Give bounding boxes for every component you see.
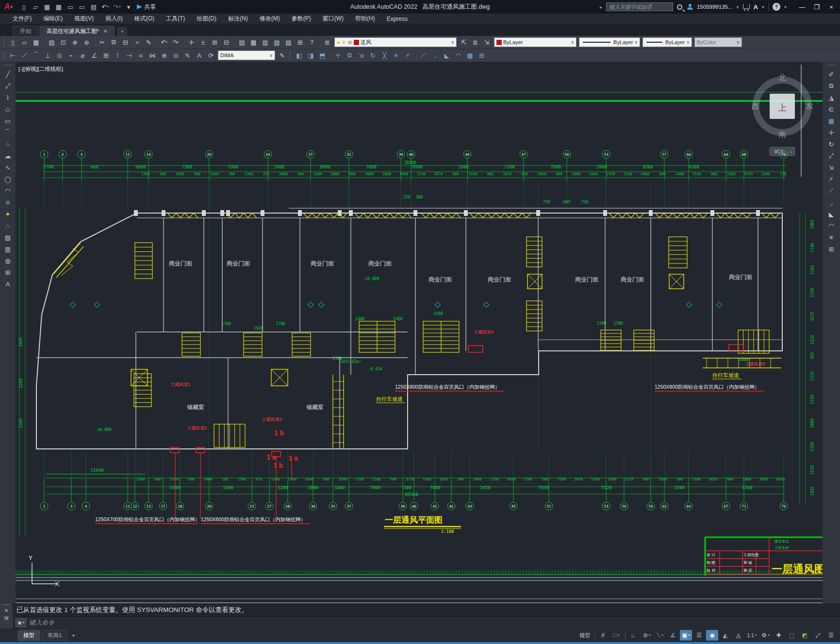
close-button[interactable]: × [824, 1, 838, 12]
workspace-switching-icon[interactable]: ⚙▾ [759, 630, 772, 641]
plot-icon[interactable]: ▤ [46, 37, 57, 48]
make-current-layer-icon[interactable]: ⇱ [458, 37, 469, 48]
toolbar-grip[interactable] [3, 38, 5, 47]
help-icon[interactable]: ? [306, 37, 317, 48]
radius-dimension-icon[interactable]: ⊙ [54, 50, 65, 61]
erase-icon[interactable]: ╳ [379, 50, 390, 61]
ellipse-arc-icon[interactable]: ◠ [1, 185, 14, 197]
mtext-icon[interactable]: A [1, 278, 14, 290]
match-properties-icon[interactable]: ≈ [132, 37, 143, 48]
table-icon[interactable]: ⊞ [1, 266, 14, 278]
layout-tab-模型[interactable]: 模型 [17, 630, 40, 641]
command-grip[interactable] [3, 604, 10, 605]
chevron-down-icon[interactable]: ∨ [571, 40, 574, 45]
mirror-icon[interactable]: ◮ [825, 92, 838, 103]
new-drawing-tab-button[interactable]: + [117, 27, 127, 36]
hatch-icon[interactable]: ▨ [1, 231, 14, 243]
layer-on-icon[interactable]: ● [337, 40, 340, 45]
copy-icon[interactable]: ⧉ [344, 50, 355, 61]
move-icon[interactable]: ✛ [825, 127, 838, 138]
qat-customize-icon[interactable]: ▾ [123, 2, 134, 12]
chevron-down-icon[interactable]: ∨ [451, 40, 454, 45]
publish-icon[interactable]: ⊕ [69, 37, 81, 48]
isodraft-icon[interactable]: ⟍▾ [654, 630, 666, 641]
hardware-acceleration-icon[interactable]: ◩ [799, 630, 811, 641]
point-icon[interactable]: ∴ [1, 220, 14, 231]
arc-icon[interactable]: ⌒ [1, 127, 14, 138]
lineweight-combo[interactable]: ByLayer ∨ [642, 37, 692, 47]
annotation-add-scales-icon[interactable]: ✚ [773, 630, 785, 641]
layer-combo[interactable]: ● ☀ ⊘ 送风 ∨ [334, 37, 457, 47]
menu-窗口W[interactable]: 窗口(W) [317, 14, 349, 24]
dimension-space-icon[interactable]: ≍ [135, 50, 147, 61]
quickcalc-icon[interactable]: ⊞ [295, 37, 306, 48]
quick-dimension-icon[interactable]: ⊞ [100, 50, 112, 61]
file-tab[interactable]: 开始 [13, 26, 38, 36]
lineweight-icon[interactable]: ☰ [693, 630, 705, 641]
search-input[interactable] [606, 2, 673, 11]
properties-palette-icon[interactable]: ▤ [236, 37, 247, 48]
dimension-edit-icon[interactable]: ✎ [182, 50, 193, 61]
new-layout-button[interactable]: + [69, 631, 78, 640]
menu-工具T[interactable]: 工具(T) [160, 14, 191, 24]
help-icon[interactable]: ? [773, 3, 780, 11]
annotation-scale-button[interactable]: 1:1▾ [745, 630, 758, 641]
dimstyle-combo[interactable]: DIMA ∨ [218, 50, 275, 60]
stretch-icon[interactable]: ⇲ [825, 162, 838, 173]
grid-display-icon[interactable]: # [597, 630, 609, 641]
linetype-combo[interactable]: ByLayer ∨ [579, 37, 640, 47]
menu-插入I[interactable]: 插入(I) [99, 14, 128, 24]
draworder-back-icon[interactable]: ◨ [305, 50, 316, 61]
new-file-icon[interactable]: ▯ [18, 2, 29, 12]
command-input-placeholder[interactable]: 键入命令 [29, 618, 54, 627]
array-icon[interactable]: ▦ [464, 50, 476, 61]
annotation-autoscale-icon[interactable]: ◭ [719, 630, 731, 641]
search-collapse-icon[interactable]: ▸ [600, 4, 602, 10]
zoom-realtime-icon[interactable]: ± [198, 37, 209, 48]
menu-格式O[interactable]: 格式(O) [129, 14, 160, 24]
fillet-icon[interactable]: ◠ [825, 220, 838, 231]
menu-标注N[interactable]: 标注(N) [222, 14, 254, 24]
ordinate-dimension-icon[interactable]: ⊥ [42, 50, 53, 61]
array-icon[interactable]: ▦ [825, 115, 838, 127]
clean-screen-icon[interactable]: ⤢ [812, 630, 824, 641]
chamfer-icon[interactable]: ◣ [441, 50, 452, 61]
ortho-mode-icon[interactable]: ∟ [627, 630, 640, 641]
annotation-monitor-icon[interactable]: ◬ [732, 630, 744, 641]
pan-icon[interactable]: ✛ [186, 37, 197, 48]
menu-参数P[interactable]: 参数(P) [286, 14, 317, 24]
circle-icon[interactable]: ○ [1, 138, 14, 150]
draworder-front-icon[interactable]: ◧ [294, 50, 305, 61]
isolate-objects-icon[interactable]: ⬚ [786, 630, 798, 641]
chamfer-icon[interactable]: ◣ [825, 208, 838, 220]
paste-icon[interactable]: ⊟ [120, 37, 131, 48]
plot-preview-icon[interactable]: ⊡ [58, 37, 69, 48]
object-snap-tracking-icon[interactable]: ∠ [667, 630, 679, 641]
arc-length-dimension-icon[interactable]: ⌒ [31, 50, 42, 61]
line-icon[interactable]: ╱ [1, 68, 14, 80]
tolerance-icon[interactable]: ⊕ [159, 50, 170, 61]
save-icon[interactable]: ▦ [42, 2, 52, 12]
maximize-button[interactable]: ❐ [810, 1, 824, 12]
construction-line-icon[interactable]: ⤢ [1, 80, 14, 92]
region-icon[interactable]: ◍ [1, 255, 14, 266]
copy-clip-icon[interactable]: ⧉ [108, 37, 119, 48]
customization-icon[interactable]: ☰ [825, 630, 837, 641]
plot-icon[interactable]: ▤ [88, 2, 99, 12]
layer-properties-icon[interactable]: ≣ [322, 37, 333, 48]
redo-icon[interactable]: ↷▾ [170, 37, 181, 48]
command-close-icon[interactable]: ✕ [4, 608, 8, 614]
command-input-row[interactable]: ▣▾ 键入命令 [0, 616, 840, 628]
draworder-above-icon[interactable]: ⬒ [317, 50, 328, 61]
qsave-icon[interactable]: ▦ [31, 37, 42, 48]
search-icon[interactable] [677, 4, 682, 10]
polar-tracking-icon[interactable]: ⊘▾ [641, 630, 653, 641]
extend-icon[interactable]: ⟋ [825, 185, 838, 197]
markup-set-manager-icon[interactable]: ▨ [283, 37, 294, 48]
join-icon[interactable]: ⊞ [476, 50, 487, 61]
dimension-text-edit-icon[interactable]: A [194, 50, 205, 61]
app-menu-button[interactable]: A▾ [2, 1, 15, 12]
break-icon[interactable]: ◞ [429, 50, 441, 61]
angular-dimension-icon[interactable]: ∠ [89, 50, 100, 61]
layer-freeze-icon[interactable]: ☀ [342, 40, 346, 45]
